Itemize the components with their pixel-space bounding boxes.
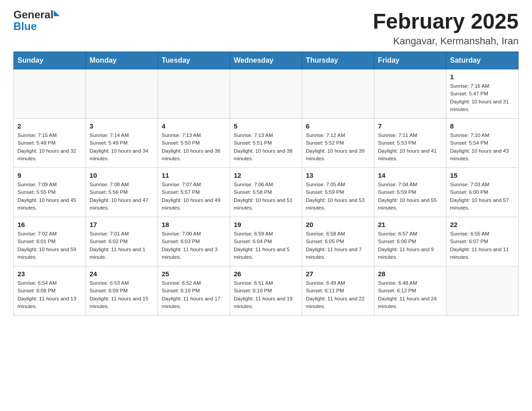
day-number: 22	[450, 221, 515, 228]
calendar-cell: 9Sunrise: 7:09 AM Sunset: 5:55 PM Daylig…	[14, 168, 86, 217]
day-info: Sunrise: 7:06 AM Sunset: 5:58 PM Dayligh…	[234, 181, 298, 212]
day-number: 14	[378, 171, 442, 179]
day-of-week-header: Tuesday	[158, 52, 230, 69]
calendar-cell: 16Sunrise: 7:02 AM Sunset: 6:01 PM Dayli…	[14, 217, 86, 266]
day-info: Sunrise: 6:48 AM Sunset: 6:12 PM Dayligh…	[378, 279, 442, 310]
day-number: 12	[234, 171, 298, 179]
day-info: Sunrise: 7:16 AM Sunset: 5:47 PM Dayligh…	[450, 82, 515, 113]
calendar-cell: 21Sunrise: 6:57 AM Sunset: 6:06 PM Dayli…	[374, 217, 446, 266]
day-number: 17	[90, 221, 154, 228]
days-of-week-row: SundayMondayTuesdayWednesdayThursdayFrid…	[14, 52, 519, 69]
calendar-week-row: 1Sunrise: 7:16 AM Sunset: 5:47 PM Daylig…	[14, 69, 519, 119]
day-number: 20	[306, 221, 370, 228]
calendar-cell: 22Sunrise: 6:55 AM Sunset: 6:07 PM Dayli…	[446, 217, 519, 266]
calendar-cell: 13Sunrise: 7:05 AM Sunset: 5:59 PM Dayli…	[302, 168, 374, 217]
day-number: 15	[450, 171, 515, 179]
logo-triangle-icon	[54, 10, 60, 16]
calendar-cell: 11Sunrise: 7:07 AM Sunset: 5:57 PM Dayli…	[158, 168, 230, 217]
day-info: Sunrise: 6:52 AM Sunset: 6:10 PM Dayligh…	[162, 279, 226, 310]
calendar-cell: 25Sunrise: 6:52 AM Sunset: 6:10 PM Dayli…	[158, 266, 230, 316]
calendar-week-row: 16Sunrise: 7:02 AM Sunset: 6:01 PM Dayli…	[14, 217, 519, 266]
day-of-week-header: Wednesday	[230, 52, 302, 69]
day-info: Sunrise: 7:14 AM Sunset: 5:49 PM Dayligh…	[90, 132, 154, 163]
day-info: Sunrise: 7:13 AM Sunset: 5:51 PM Dayligh…	[234, 132, 298, 163]
header: General Blue February 2025 Kangavar, Ker…	[13, 9, 519, 47]
day-info: Sunrise: 7:11 AM Sunset: 5:53 PM Dayligh…	[378, 132, 442, 163]
day-number: 4	[162, 122, 226, 130]
page-subtitle: Kangavar, Kermanshah, Iran	[373, 35, 519, 47]
calendar-cell: 27Sunrise: 6:49 AM Sunset: 6:11 PM Dayli…	[302, 266, 374, 316]
day-number: 2	[17, 122, 82, 130]
calendar-cell: 1Sunrise: 7:16 AM Sunset: 5:47 PM Daylig…	[446, 69, 519, 119]
day-info: Sunrise: 7:12 AM Sunset: 5:52 PM Dayligh…	[306, 132, 370, 163]
calendar-cell: 6Sunrise: 7:12 AM Sunset: 5:52 PM Daylig…	[302, 119, 374, 168]
calendar-cell	[230, 69, 302, 119]
calendar-cell: 2Sunrise: 7:15 AM Sunset: 5:48 PM Daylig…	[14, 119, 86, 168]
calendar-cell: 4Sunrise: 7:13 AM Sunset: 5:50 PM Daylig…	[158, 119, 230, 168]
calendar-cell: 28Sunrise: 6:48 AM Sunset: 6:12 PM Dayli…	[374, 266, 446, 316]
day-info: Sunrise: 7:09 AM Sunset: 5:55 PM Dayligh…	[17, 181, 82, 212]
calendar-cell: 19Sunrise: 6:59 AM Sunset: 6:04 PM Dayli…	[230, 217, 302, 266]
day-number: 13	[306, 171, 370, 179]
day-of-week-header: Monday	[86, 52, 158, 69]
day-of-week-header: Thursday	[302, 52, 374, 69]
page-title: February 2025	[373, 9, 519, 34]
calendar-cell	[158, 69, 230, 119]
day-number: 1	[450, 73, 515, 81]
logo-line2: Blue	[13, 21, 37, 32]
day-info: Sunrise: 6:51 AM Sunset: 6:10 PM Dayligh…	[234, 279, 298, 310]
day-number: 18	[162, 221, 226, 228]
day-info: Sunrise: 6:58 AM Sunset: 6:05 PM Dayligh…	[306, 230, 370, 261]
day-info: Sunrise: 6:49 AM Sunset: 6:11 PM Dayligh…	[306, 279, 370, 310]
calendar-header: SundayMondayTuesdayWednesdayThursdayFrid…	[14, 52, 519, 69]
day-info: Sunrise: 6:55 AM Sunset: 6:07 PM Dayligh…	[450, 230, 515, 261]
day-info: Sunrise: 6:53 AM Sunset: 6:09 PM Dayligh…	[90, 279, 154, 310]
title-area: February 2025 Kangavar, Kermanshah, Iran	[373, 9, 519, 47]
day-number: 8	[450, 122, 515, 130]
calendar-table: SundayMondayTuesdayWednesdayThursdayFrid…	[13, 51, 519, 316]
day-number: 19	[234, 221, 298, 228]
day-info: Sunrise: 6:57 AM Sunset: 6:06 PM Dayligh…	[378, 230, 442, 261]
day-number: 26	[234, 270, 298, 278]
day-of-week-header: Saturday	[446, 52, 519, 69]
day-info: Sunrise: 7:03 AM Sunset: 6:00 PM Dayligh…	[450, 181, 515, 212]
calendar-cell: 24Sunrise: 6:53 AM Sunset: 6:09 PM Dayli…	[86, 266, 158, 316]
day-number: 10	[90, 171, 154, 179]
calendar-cell: 14Sunrise: 7:04 AM Sunset: 5:59 PM Dayli…	[374, 168, 446, 217]
day-number: 7	[378, 122, 442, 130]
day-of-week-header: Friday	[374, 52, 446, 69]
calendar-cell: 7Sunrise: 7:11 AM Sunset: 5:53 PM Daylig…	[374, 119, 446, 168]
calendar-week-row: 2Sunrise: 7:15 AM Sunset: 5:48 PM Daylig…	[14, 119, 519, 168]
calendar-cell: 3Sunrise: 7:14 AM Sunset: 5:49 PM Daylig…	[86, 119, 158, 168]
calendar-cell	[86, 69, 158, 119]
day-number: 16	[17, 221, 82, 228]
calendar-body: 1Sunrise: 7:16 AM Sunset: 5:47 PM Daylig…	[14, 69, 519, 316]
day-number: 24	[90, 270, 154, 278]
day-info: Sunrise: 7:08 AM Sunset: 5:56 PM Dayligh…	[90, 181, 154, 212]
calendar-cell: 8Sunrise: 7:10 AM Sunset: 5:54 PM Daylig…	[446, 119, 519, 168]
day-info: Sunrise: 7:02 AM Sunset: 6:01 PM Dayligh…	[17, 230, 82, 261]
day-number: 6	[306, 122, 370, 130]
day-info: Sunrise: 7:07 AM Sunset: 5:57 PM Dayligh…	[162, 181, 226, 212]
logo-general-text: General	[13, 9, 53, 21]
day-number: 25	[162, 270, 226, 278]
day-info: Sunrise: 7:15 AM Sunset: 5:48 PM Dayligh…	[17, 132, 82, 163]
calendar-cell	[14, 69, 86, 119]
calendar-week-row: 23Sunrise: 6:54 AM Sunset: 6:08 PM Dayli…	[14, 266, 519, 316]
day-number: 3	[90, 122, 154, 130]
day-number: 21	[378, 221, 442, 228]
day-info: Sunrise: 7:00 AM Sunset: 6:03 PM Dayligh…	[162, 230, 226, 261]
day-info: Sunrise: 7:13 AM Sunset: 5:50 PM Dayligh…	[162, 132, 226, 163]
day-number: 28	[378, 270, 442, 278]
day-number: 23	[17, 270, 82, 278]
calendar-cell: 10Sunrise: 7:08 AM Sunset: 5:56 PM Dayli…	[86, 168, 158, 217]
calendar-cell: 23Sunrise: 6:54 AM Sunset: 6:08 PM Dayli…	[14, 266, 86, 316]
calendar-cell: 17Sunrise: 7:01 AM Sunset: 6:02 PM Dayli…	[86, 217, 158, 266]
calendar-cell	[374, 69, 446, 119]
day-number: 5	[234, 122, 298, 130]
day-number: 11	[162, 171, 226, 179]
day-of-week-header: Sunday	[14, 52, 86, 69]
calendar-cell: 26Sunrise: 6:51 AM Sunset: 6:10 PM Dayli…	[230, 266, 302, 316]
day-info: Sunrise: 7:01 AM Sunset: 6:02 PM Dayligh…	[90, 230, 154, 261]
calendar-cell: 12Sunrise: 7:06 AM Sunset: 5:58 PM Dayli…	[230, 168, 302, 217]
